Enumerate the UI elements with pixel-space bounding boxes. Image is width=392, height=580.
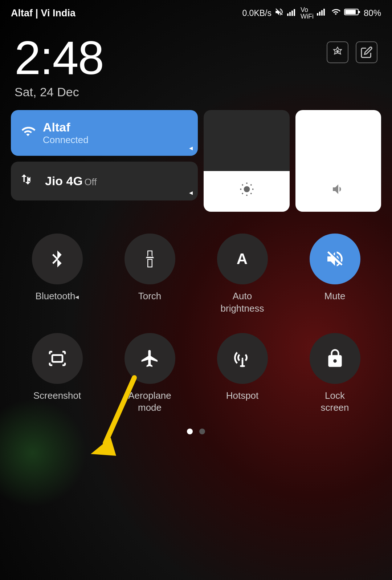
svg-rect-10: [358, 11, 360, 13]
bluetooth-label: Bluetooth◂: [36, 290, 79, 303]
hotspot-label: Hotspot: [226, 390, 259, 402]
edit-icon-btn[interactable]: [356, 41, 377, 63]
wifi-tile-icon: [20, 125, 36, 142]
jio-tile-name: Jio 4G: [45, 174, 83, 188]
sound-slider[interactable]: [295, 110, 381, 212]
jio-corner-arrow: ◂: [189, 188, 193, 197]
page-dots: [0, 418, 392, 442]
page-dot-2[interactable]: [199, 429, 205, 434]
signal-icon: [287, 8, 298, 18]
svg-rect-6: [321, 10, 323, 16]
brightness-icon: [240, 182, 254, 199]
clock-time: 2:48: [15, 34, 103, 81]
toggle-lock-screen[interactable]: Lockscreen: [289, 333, 381, 414]
carrier-label: Altaf | Vi India: [11, 8, 75, 19]
svg-rect-3: [294, 9, 295, 16]
toggle-aeroplane[interactable]: Aeroplanemode: [103, 333, 196, 414]
svg-rect-4: [317, 13, 318, 16]
status-icons: 0.0KB/s VoWiFi: [242, 7, 381, 20]
lock-screen-label: Lockscreen: [320, 390, 349, 414]
svg-rect-2: [291, 11, 293, 16]
jio-tile-status: Off: [84, 177, 97, 187]
sound-icon: [331, 182, 346, 199]
jio-tile[interactable]: Jio 4G Off ◂: [11, 162, 198, 200]
hotspot-circle: [217, 333, 268, 384]
svg-rect-15: [240, 365, 245, 367]
torch-circle: [124, 234, 175, 284]
settings-icon-btn[interactable]: [327, 41, 348, 63]
aeroplane-label: Aeroplanemode: [128, 390, 171, 414]
svg-point-11: [336, 50, 339, 53]
wifi-corner-arrow: ◂: [189, 143, 193, 152]
toggle-auto-brightness[interactable]: A Autobrightness: [196, 234, 289, 315]
wifi-tile-status: Connected: [43, 134, 89, 146]
svg-rect-5: [319, 12, 320, 16]
torch-label: Torch: [138, 290, 162, 303]
brightness-slider[interactable]: [204, 110, 289, 212]
jio-tile-icon: [20, 172, 35, 190]
battery-label: 80%: [364, 8, 381, 18]
mute-icon: [274, 7, 284, 19]
vowifi-label: VoWiFi: [301, 7, 314, 20]
auto-brightness-circle: A: [217, 234, 268, 284]
signal2-icon: [317, 8, 327, 18]
lock-screen-circle: [310, 333, 360, 384]
auto-brightness-label: Autobrightness: [221, 290, 264, 315]
svg-rect-1: [289, 12, 291, 16]
svg-rect-9: [345, 10, 356, 14]
screenshot-toggle-label: Screenshot: [33, 390, 81, 402]
bluetooth-circle: [32, 234, 83, 284]
screenshot-circle: [32, 333, 83, 384]
aeroplane-circle: [124, 333, 175, 384]
status-bar: Altaf | Vi India 0.0KB/s VoWiFi: [0, 0, 392, 23]
page-dot-1[interactable]: [187, 429, 193, 434]
clock-date: Sat, 24 Dec: [15, 85, 103, 99]
mute-label: Mute: [324, 290, 346, 303]
toggle-mute[interactable]: Mute: [289, 234, 381, 315]
clock-area: 2:48 Sat, 24 Dec: [0, 23, 392, 106]
svg-point-12: [244, 186, 250, 192]
battery-icon: [344, 8, 361, 19]
svg-text:A: A: [236, 250, 247, 267]
svg-rect-7: [323, 9, 325, 16]
quick-tiles: Altaf Connected ◂: [0, 106, 392, 219]
toggles-section: Bluetooth◂ Torch A Autobrightness: [0, 226, 392, 418]
speed-label: 0.0KB/s: [242, 8, 271, 18]
mute-circle: [310, 234, 360, 284]
toggle-torch[interactable]: Torch: [103, 234, 196, 315]
wifi-tile-name: Altaf: [43, 120, 89, 134]
toggle-screenshot[interactable]: Screenshot: [11, 333, 103, 414]
svg-rect-0: [287, 13, 289, 16]
toggle-bluetooth[interactable]: Bluetooth◂: [11, 234, 103, 315]
wifi-tile[interactable]: Altaf Connected ◂: [11, 110, 198, 156]
toggle-hotspot[interactable]: Hotspot: [196, 333, 289, 414]
wifi-status-icon: [330, 8, 341, 19]
